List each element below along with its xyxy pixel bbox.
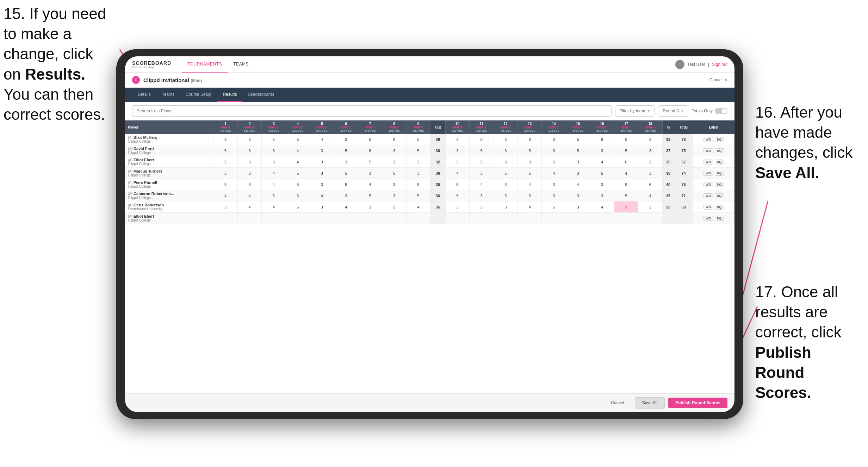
cancel-tournament-button[interactable]: Cancel ✕ xyxy=(709,77,727,82)
hole-16-score[interactable] xyxy=(590,213,614,224)
hole-3-score[interactable]: 4 xyxy=(262,201,286,213)
dq-button[interactable]: DQ xyxy=(715,148,724,153)
hole-3-score[interactable]: 5 xyxy=(262,190,286,201)
hole-6-score[interactable]: 3 xyxy=(334,134,358,145)
hole-15-score[interactable]: 5 xyxy=(566,134,590,145)
hole-10-score[interactable]: 3 xyxy=(445,201,469,213)
hole-15-score[interactable]: 5 xyxy=(566,145,590,156)
hole-18-score[interactable]: 3 xyxy=(638,156,662,168)
hole-10-score[interactable]: 3 xyxy=(445,156,469,168)
hole-10-score[interactable]: 3 xyxy=(445,145,469,156)
hole-3-score[interactable]: 3 xyxy=(262,145,286,156)
tab-teams[interactable]: Teams xyxy=(156,88,180,102)
hole-14-score[interactable]: 3 xyxy=(542,134,566,145)
hole-10-score[interactable]: 6 xyxy=(445,190,469,201)
hole-13-score[interactable]: 5 xyxy=(518,168,542,179)
dq-button[interactable]: DQ xyxy=(715,216,724,221)
hole-9-score[interactable]: 4 xyxy=(406,201,430,213)
hole-9-score[interactable]: 3 xyxy=(406,156,430,168)
hole-9-score[interactable]: 3 xyxy=(406,168,430,179)
hole-16-score[interactable]: 5 xyxy=(590,168,614,179)
dq-button[interactable]: DQ xyxy=(715,160,724,164)
hole-9-score[interactable]: 5 xyxy=(406,179,430,190)
wd-button[interactable]: WD xyxy=(703,205,713,210)
hole-2-score[interactable]: 4 xyxy=(237,190,261,201)
hole-8-score[interactable] xyxy=(382,213,406,224)
hole-18-score[interactable]: 6 xyxy=(638,179,662,190)
hole-12-score[interactable]: 3 xyxy=(494,201,517,213)
wd-button[interactable]: WD xyxy=(703,193,713,198)
hole-1-score[interactable]: 4 xyxy=(213,190,237,201)
hole-11-score[interactable]: 3 xyxy=(470,190,494,201)
hole-15-score[interactable] xyxy=(566,213,590,224)
hole-6-score[interactable] xyxy=(334,213,358,224)
hole-8-score[interactable]: 6 xyxy=(382,134,406,145)
hole-17-score[interactable] xyxy=(614,213,638,224)
hole-13-score[interactable]: 3 xyxy=(518,156,542,168)
hole-4-score[interactable]: 5 xyxy=(286,179,310,190)
hole-8-score[interactable]: 5 xyxy=(382,201,406,213)
hole-4-score[interactable]: 5 xyxy=(286,168,310,179)
hole-8-score[interactable]: 3 xyxy=(382,156,406,168)
hole-11-score[interactable]: 5 xyxy=(470,156,494,168)
hole-16-score[interactable]: 3 xyxy=(590,179,614,190)
hole-13-score[interactable]: 6 xyxy=(518,134,542,145)
save-all-button[interactable]: Save All xyxy=(635,397,665,409)
hole-10-score[interactable]: 4 xyxy=(445,168,469,179)
wd-button[interactable]: WD xyxy=(703,216,713,221)
publish-round-scores-button[interactable]: Publish Round Scores xyxy=(668,398,727,408)
round-selector-button[interactable]: Round 3 ▼ xyxy=(658,105,688,117)
hole-17-score[interactable]: 6 xyxy=(614,156,638,168)
hole-2-score[interactable] xyxy=(237,213,261,224)
hole-16-score[interactable]: 6 xyxy=(590,134,614,145)
hole-15-score[interactable]: 3 xyxy=(566,168,590,179)
hole-2-score[interactable]: 3 xyxy=(237,134,261,145)
hole-18-score[interactable]: 3 xyxy=(638,145,662,156)
hole-18-score[interactable]: 3 xyxy=(638,168,662,179)
nav-tournaments[interactable]: TOURNAMENTS xyxy=(182,56,228,73)
nav-teams[interactable]: TEAMS xyxy=(228,56,254,73)
hole-12-score[interactable]: 3 xyxy=(494,134,517,145)
hole-6-score[interactable]: 5 xyxy=(334,179,358,190)
hole-3-score[interactable]: 4 xyxy=(262,179,286,190)
hole-4-score[interactable]: 4 xyxy=(286,156,310,168)
totals-toggle-switch[interactable] xyxy=(715,108,727,114)
hole-1-score[interactable] xyxy=(213,213,237,224)
hole-10-score[interactable] xyxy=(445,213,469,224)
wd-button[interactable]: WD xyxy=(703,137,713,142)
hole-17-score[interactable]: 5 xyxy=(614,179,638,190)
hole-5-score[interactable]: 3 xyxy=(310,156,334,168)
hole-17-score[interactable]: 5 xyxy=(614,134,638,145)
hole-9-score[interactable]: 5 xyxy=(406,190,430,201)
hole-13-score[interactable] xyxy=(518,213,542,224)
hole-2-score[interactable]: 3 xyxy=(237,179,261,190)
dq-button[interactable]: DQ xyxy=(715,137,724,142)
hole-1-score[interactable]: 5 xyxy=(213,168,237,179)
hole-3-score[interactable]: 3 xyxy=(262,156,286,168)
hole-1-score[interactable]: 3 xyxy=(213,179,237,190)
tab-details[interactable]: Details xyxy=(132,88,156,102)
dq-button[interactable]: DQ xyxy=(715,205,724,210)
hole-1-score[interactable]: 3 xyxy=(213,201,237,213)
hole-17-score[interactable]: 4 xyxy=(614,168,638,179)
hole-5-score[interactable]: 3 xyxy=(310,201,334,213)
hole-5-score[interactable]: 3 xyxy=(310,179,334,190)
hole-4-score[interactable]: 4 xyxy=(286,145,310,156)
hole-13-score[interactable]: 3 xyxy=(518,190,542,201)
hole-12-score[interactable]: 5 xyxy=(494,168,517,179)
hole-7-score[interactable]: 5 xyxy=(358,156,382,168)
hole-6-score[interactable]: 4 xyxy=(334,201,358,213)
wd-button[interactable]: WD xyxy=(703,182,713,187)
hole-11-score[interactable] xyxy=(470,213,494,224)
hole-17-score[interactable]: 5 xyxy=(614,190,638,201)
hole-15-score[interactable]: 3 xyxy=(566,201,590,213)
hole-1-score[interactable]: 3 xyxy=(213,134,237,145)
hole-16-score[interactable]: 4 xyxy=(590,201,614,213)
dq-button[interactable]: DQ xyxy=(715,171,724,176)
hole-5-score[interactable]: 4 xyxy=(310,134,334,145)
hole-17-score[interactable]: 5 xyxy=(614,145,638,156)
search-input[interactable] xyxy=(132,105,612,117)
hole-11-score[interactable]: 5 xyxy=(470,201,494,213)
hole-2-score[interactable]: 3 xyxy=(237,156,261,168)
hole-7-score[interactable] xyxy=(358,213,382,224)
